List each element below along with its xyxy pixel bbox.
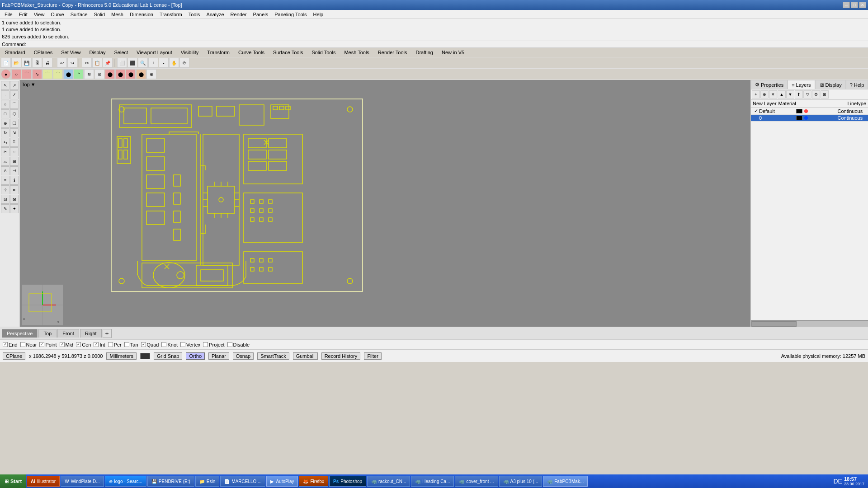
tab-surface-tools[interactable]: Surface Tools bbox=[269, 48, 307, 56]
tb-zoom-out[interactable]: - bbox=[159, 58, 169, 68]
task-windplate[interactable]: W WindPlate.D... bbox=[61, 476, 104, 487]
layer-moveup-btn[interactable]: ⬆ bbox=[795, 90, 803, 99]
menu-tools[interactable]: Tools bbox=[186, 11, 203, 18]
tab-right[interactable]: Right bbox=[80, 329, 102, 338]
viewport[interactable]: Top ▼ bbox=[20, 80, 750, 327]
snap-point-cb[interactable]: ✓ bbox=[39, 342, 44, 347]
tb-curve2[interactable]: ○ bbox=[11, 69, 21, 79]
tab-solid-tools[interactable]: Solid Tools bbox=[307, 48, 340, 56]
lt-select-arrow[interactable]: ↖ bbox=[1, 81, 9, 90]
lt-mirror[interactable]: ⇆ bbox=[1, 138, 9, 147]
tab-transform[interactable]: Transform bbox=[203, 48, 234, 56]
tab-perspective[interactable]: Perspective bbox=[2, 329, 38, 338]
layer-color-default[interactable] bbox=[796, 109, 802, 113]
tb-curve14[interactable]: ⬤ bbox=[136, 69, 146, 79]
menu-panels[interactable]: Panels bbox=[250, 11, 271, 18]
snap-knot[interactable]: Knot bbox=[161, 342, 178, 347]
menu-render[interactable]: Render bbox=[228, 11, 250, 18]
menu-analyze[interactable]: Analyze bbox=[203, 11, 226, 18]
snap-near-cb[interactable] bbox=[20, 342, 25, 347]
snap-cen-cb[interactable]: ✓ bbox=[76, 342, 81, 347]
tab-add-button[interactable]: + bbox=[103, 329, 112, 338]
tab-visibility[interactable]: Visibility bbox=[177, 48, 203, 56]
menu-edit[interactable]: Edit bbox=[16, 11, 30, 18]
tab-cplanes[interactable]: CPlanes bbox=[30, 48, 57, 56]
task-a3plus[interactable]: 🦏 A3 plus 10 (... bbox=[499, 476, 542, 487]
task-photoshop[interactable]: Ps Photoshop bbox=[329, 476, 366, 487]
snap-knot-cb[interactable] bbox=[161, 342, 166, 347]
lt-join[interactable]: ⊞ bbox=[10, 157, 19, 166]
filter-btn[interactable]: Filter bbox=[364, 352, 381, 360]
scroll-thumb[interactable] bbox=[751, 321, 797, 327]
snap-vertex-cb[interactable] bbox=[180, 342, 185, 347]
tb-copy[interactable]: 📋 bbox=[92, 58, 102, 68]
tab-select[interactable]: Select bbox=[110, 48, 132, 56]
lt-point[interactable]: · bbox=[1, 90, 9, 99]
layer-down-btn[interactable]: ▼ bbox=[786, 90, 794, 99]
tb-curve13[interactable]: ⬤ bbox=[126, 69, 136, 79]
lt-extra2[interactable]: ✦ bbox=[10, 204, 19, 213]
lt-dim[interactable]: ⊣ bbox=[10, 166, 19, 175]
snap-point[interactable]: ✓ Point bbox=[39, 342, 57, 347]
snap-mid[interactable]: ✓ Mid bbox=[60, 342, 74, 347]
tb-saveas[interactable]: 🗄 bbox=[32, 58, 42, 68]
snap-per-cb[interactable] bbox=[108, 342, 113, 347]
snap-end-cb[interactable]: ✓ bbox=[3, 342, 8, 347]
tb-select-all[interactable]: ⬜ bbox=[117, 58, 127, 68]
tb-rotate[interactable]: ⟳ bbox=[179, 58, 189, 68]
rp-tab-help[interactable]: ? Help bbox=[846, 80, 868, 89]
tab-viewport-layout[interactable]: Viewport Layout bbox=[132, 48, 176, 56]
lt-polyline[interactable]: ∠ bbox=[10, 90, 19, 99]
task-esin[interactable]: 📁 Esin bbox=[195, 476, 219, 487]
lt-fillet[interactable]: ⌓ bbox=[1, 157, 9, 166]
lt-snap[interactable]: ⊹ bbox=[1, 185, 9, 194]
lt-trim[interactable]: ✂ bbox=[1, 147, 9, 156]
task-illustrator[interactable]: Ai Illustrator bbox=[27, 476, 60, 487]
tb-window-select[interactable]: ⬛ bbox=[127, 58, 137, 68]
layer-delete-btn[interactable]: ✕ bbox=[769, 90, 777, 99]
menu-dimension[interactable]: Dimension bbox=[127, 11, 156, 18]
lt-select-sub[interactable]: ↗ bbox=[10, 81, 19, 90]
tab-drafting[interactable]: Drafting bbox=[411, 48, 437, 56]
close-button[interactable]: ✕ bbox=[859, 2, 866, 8]
snap-near[interactable]: Near bbox=[20, 342, 37, 347]
task-rackout[interactable]: 🦏 rackout_CN... bbox=[367, 476, 410, 487]
lt-scale[interactable]: ⇲ bbox=[10, 128, 19, 137]
tb-curve10[interactable]: ⊘ bbox=[94, 69, 104, 79]
lt-arc[interactable]: ⌒ bbox=[10, 100, 19, 109]
menu-curve[interactable]: Curve bbox=[48, 11, 66, 18]
layer-row-default[interactable]: ✓ Default Continuous bbox=[751, 108, 868, 115]
lt-view2[interactable]: ⊠ bbox=[10, 195, 19, 204]
menu-view[interactable]: View bbox=[31, 11, 47, 18]
gumball-btn[interactable]: Gumball bbox=[293, 352, 318, 360]
tb-open[interactable]: 📂 bbox=[11, 58, 21, 68]
snap-project-cb[interactable] bbox=[203, 342, 208, 347]
lt-text[interactable]: A bbox=[1, 166, 9, 175]
task-logo-search[interactable]: ⊕ logo - Searc... bbox=[105, 476, 146, 487]
tb-curve15[interactable]: ⊕ bbox=[146, 69, 156, 79]
tb-print[interactable]: 🖨 bbox=[42, 58, 52, 68]
snap-end[interactable]: ✓ End bbox=[3, 342, 18, 347]
minimize-button[interactable]: ─ bbox=[843, 2, 850, 8]
tab-top[interactable]: Top bbox=[38, 329, 57, 338]
tab-mesh-tools[interactable]: Mesh Tools bbox=[340, 48, 373, 56]
lt-rotate[interactable]: ↻ bbox=[1, 128, 9, 137]
snap-disable-cb[interactable] bbox=[227, 342, 232, 347]
tb-curve5[interactable]: ⌒ bbox=[42, 69, 52, 79]
lt-layer[interactable]: ≡ bbox=[1, 176, 9, 185]
lt-poly[interactable]: ⬡ bbox=[10, 109, 19, 118]
snap-vertex[interactable]: Vertex bbox=[180, 342, 200, 347]
tb-redo[interactable]: ↪ bbox=[67, 58, 77, 68]
task-marcello[interactable]: 📄 MARCELLO ... bbox=[220, 476, 265, 487]
layer-new-sublayer-btn[interactable]: ⊕ bbox=[760, 90, 769, 99]
layer-row-0[interactable]: 0 Continuous bbox=[751, 115, 868, 122]
smarttrack-btn[interactable]: SmartTrack bbox=[257, 352, 289, 360]
layer-filter-btn[interactable]: ▽ bbox=[803, 90, 811, 99]
snap-mid-cb[interactable]: ✓ bbox=[60, 342, 65, 347]
tb-zoom-ext[interactable]: 🔍 bbox=[138, 58, 148, 68]
tb-zoom-in[interactable]: + bbox=[148, 58, 158, 68]
snap-int[interactable]: ✓ Int bbox=[94, 342, 105, 347]
rp-tab-properties[interactable]: ⚙ Properties bbox=[751, 80, 788, 89]
layer-color-0[interactable] bbox=[796, 116, 802, 120]
rp-tab-layers[interactable]: ≡ Layers bbox=[788, 80, 815, 89]
